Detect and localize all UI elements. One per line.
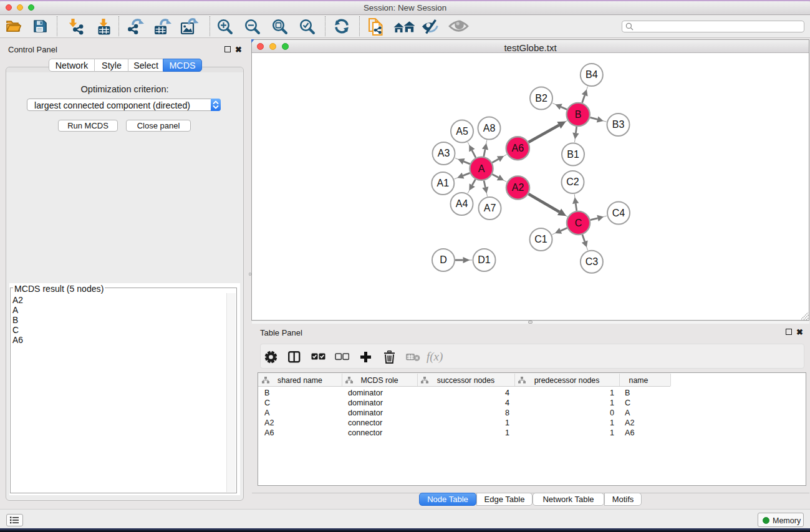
svg-text:C4: C4	[612, 207, 625, 218]
svg-text:A3: A3	[437, 148, 450, 158]
svg-text:A5: A5	[456, 125, 468, 136]
svg-text:A6: A6	[511, 143, 524, 153]
svg-text:A: A	[478, 163, 485, 173]
svg-text:A4: A4	[455, 198, 468, 209]
svg-text:A8: A8	[483, 122, 495, 133]
svg-text:B1: B1	[567, 148, 579, 159]
svg-text:D: D	[440, 254, 447, 265]
svg-text:C: C	[574, 217, 582, 228]
svg-text:A1: A1	[436, 178, 449, 188]
svg-text:B4: B4	[586, 69, 598, 80]
svg-text:B: B	[574, 109, 581, 119]
svg-text:C3: C3	[585, 256, 598, 267]
svg-text:A7: A7	[483, 203, 496, 213]
svg-text:C2: C2	[566, 177, 579, 187]
svg-text:B2: B2	[535, 92, 547, 103]
svg-text:C1: C1	[534, 234, 547, 244]
svg-text:B3: B3	[612, 119, 624, 130]
svg-text:A2: A2	[511, 182, 524, 193]
svg-text:D1: D1	[478, 254, 491, 265]
